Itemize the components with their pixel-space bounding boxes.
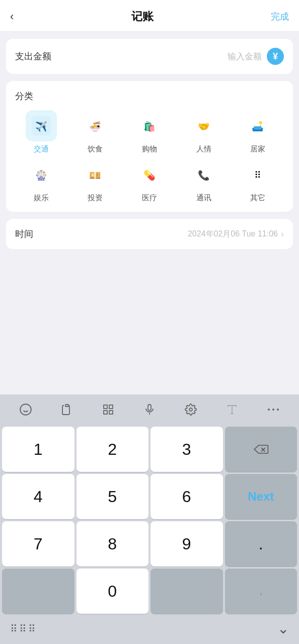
key-empty-right	[151, 569, 223, 614]
keyboard-type-button[interactable]: ⠿⠿⠿	[10, 623, 36, 635]
category-item-home[interactable]: 🛋️居家	[232, 110, 284, 154]
svg-point-21	[189, 408, 192, 411]
key-0[interactable]: 0	[77, 569, 149, 614]
keyboard-row-3: 7 8 9 .	[2, 521, 297, 567]
clipboard-button[interactable]	[56, 399, 78, 420]
amount-label: 支出金额	[15, 50, 51, 62]
svg-text:💴: 💴	[89, 170, 101, 181]
svg-text:📞: 📞	[198, 170, 210, 181]
key-5[interactable]: 5	[77, 474, 149, 519]
emoji-button[interactable]	[15, 399, 37, 420]
done-button[interactable]: 完成	[271, 11, 289, 23]
category-title: 分类	[15, 90, 284, 102]
bottom-bar: ⠿⠿⠿ ⌄	[0, 618, 299, 644]
keyboard-row-1: 1 2 3	[2, 427, 297, 472]
svg-text:⠿: ⠿	[254, 170, 261, 181]
svg-point-26	[277, 409, 279, 411]
keyboard-toolbar	[0, 394, 299, 425]
key-8[interactable]: 8	[77, 521, 149, 567]
keyboard-row-2: 4 5 6 Next	[2, 474, 297, 519]
svg-text:💊: 💊	[143, 170, 156, 181]
svg-point-25	[272, 409, 274, 411]
category-grid: ✈️交通🍜饮食🛍️购物🤝人情🛋️居家🎡娱乐💴投资💊医疗📞通讯⠿其它	[15, 110, 284, 203]
app-header: ‹ 记账 完成	[0, 0, 299, 32]
category-item-telecom[interactable]: 📞通讯	[178, 159, 230, 203]
time-label: 时间	[15, 228, 33, 240]
keyboard-row-4: 0 ,	[2, 569, 297, 614]
svg-rect-16	[109, 405, 113, 409]
dot-key[interactable]: .	[225, 521, 297, 567]
mic-button[interactable]	[138, 399, 161, 420]
amount-row: 支出金额 输入金额 ¥	[15, 48, 284, 65]
category-name-traffic: 交通	[34, 144, 49, 154]
category-name-investment: 投资	[88, 193, 103, 203]
time-card[interactable]: 时间 2024年02月06 Tue 11:06 ›	[6, 219, 293, 249]
page-title: 记账	[131, 9, 154, 24]
svg-rect-18	[109, 411, 113, 414]
amount-right: 输入金额 ¥	[228, 48, 284, 65]
time-row: 时间 2024年02月06 Tue 11:06 ›	[15, 228, 284, 240]
settings-button[interactable]	[180, 399, 202, 420]
chevron-right-icon: ›	[281, 229, 284, 239]
svg-point-11	[20, 404, 31, 415]
svg-rect-15	[104, 405, 107, 409]
text-format-button[interactable]	[221, 399, 243, 420]
key-6[interactable]: 6	[151, 474, 223, 519]
category-item-other[interactable]: ⠿其它	[232, 159, 284, 203]
svg-rect-19	[148, 405, 151, 411]
category-item-medical[interactable]: 💊医疗	[123, 159, 176, 203]
category-name-medical: 医疗	[142, 193, 157, 203]
category-item-investment[interactable]: 💴投资	[69, 159, 122, 203]
category-name-telecom: 通讯	[196, 193, 211, 203]
back-button[interactable]: ‹	[10, 10, 14, 23]
svg-text:✈️: ✈️	[35, 121, 47, 132]
grid-button[interactable]	[97, 399, 119, 420]
category-item-gift[interactable]: 🤝人情	[178, 110, 230, 154]
category-item-shopping[interactable]: 🛍️购物	[123, 110, 176, 154]
amount-placeholder: 输入金额	[228, 51, 262, 62]
category-name-food: 饮食	[88, 144, 103, 154]
svg-point-24	[268, 409, 270, 411]
next-key[interactable]: Next	[225, 474, 297, 519]
keyboard-hide-button[interactable]: ⌄	[277, 622, 289, 636]
category-name-shopping: 购物	[142, 144, 157, 154]
category-item-food[interactable]: 🍜饮食	[69, 110, 122, 154]
key-1[interactable]: 1	[2, 427, 74, 472]
currency-icon[interactable]: ¥	[267, 48, 284, 65]
key-4[interactable]: 4	[2, 474, 74, 519]
category-name-other: 其它	[250, 193, 265, 203]
category-name-gift: 人情	[196, 144, 211, 154]
svg-text:🍜: 🍜	[89, 121, 101, 132]
svg-rect-17	[104, 411, 107, 414]
comma-key[interactable]: ,	[225, 569, 297, 614]
category-item-traffic[interactable]: ✈️交通	[15, 110, 67, 154]
key-9[interactable]: 9	[151, 521, 223, 567]
key-empty-left	[2, 569, 74, 614]
category-card: 分类 ✈️交通🍜饮食🛍️购物🤝人情🛋️居家🎡娱乐💴投资💊医疗📞通讯⠿其它	[6, 81, 293, 212]
category-name-entertainment: 娱乐	[34, 193, 49, 203]
amount-card: 支出金额 输入金额 ¥	[6, 39, 293, 74]
time-value: 2024年02月06 Tue 11:06	[188, 229, 278, 239]
svg-text:🎡: 🎡	[35, 170, 47, 181]
key-3[interactable]: 3	[151, 427, 223, 472]
category-item-entertainment[interactable]: 🎡娱乐	[15, 159, 67, 203]
svg-text:🛍️: 🛍️	[143, 121, 156, 132]
numeric-keyboard: 1 2 3 4 5 6 Next 7 8 9 . 0 ,	[0, 425, 299, 618]
more-button[interactable]	[262, 399, 284, 420]
delete-key[interactable]	[225, 427, 297, 472]
key-7[interactable]: 7	[2, 521, 74, 567]
time-right[interactable]: 2024年02月06 Tue 11:06 ›	[188, 229, 284, 239]
svg-text:🛋️: 🛋️	[252, 121, 264, 132]
svg-text:🤝: 🤝	[198, 121, 210, 132]
category-name-home: 居家	[250, 144, 265, 154]
key-2[interactable]: 2	[77, 427, 149, 472]
